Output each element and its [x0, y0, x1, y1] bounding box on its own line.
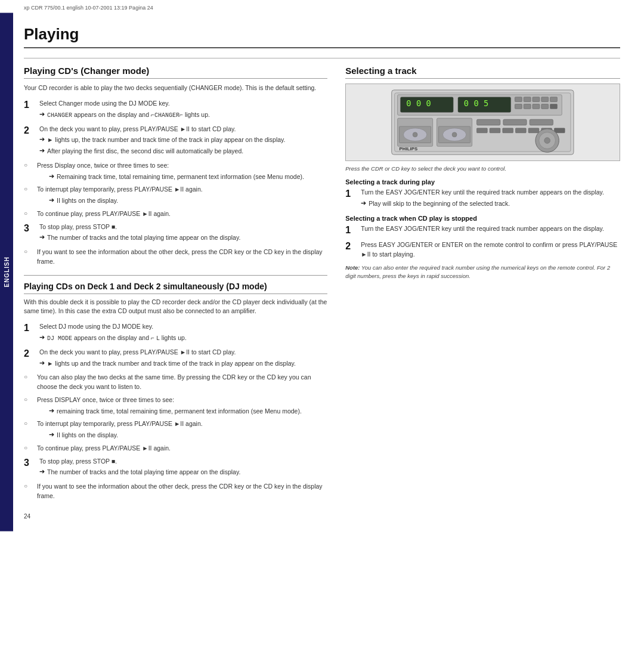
- bullet-display-content: Press Display once, twice or three times…: [37, 161, 327, 182]
- svg-point-37: [544, 138, 550, 144]
- svg-rect-9: [532, 97, 540, 102]
- svg-rect-7: [515, 97, 522, 102]
- dj-bullet-last: ○ If you want to see the information abo…: [24, 482, 327, 501]
- svg-rect-8: [524, 97, 531, 102]
- step1-changer: 1 Select Changer mode using the DJ MODE …: [24, 99, 327, 120]
- dj-step2-number: 2: [24, 348, 36, 359]
- bullet-interrupt-content: To interrupt play temporarily, press PLA…: [37, 185, 327, 206]
- stopped-step1-number: 1: [345, 224, 357, 236]
- step1-text: Select Changer mode using the DJ MODE ke…: [39, 99, 327, 109]
- dj-step2-arrow: ➔ ► lights up and the track number and t…: [39, 359, 327, 369]
- stopped-step1: 1 Turn the EASY JOG/ENTER key until the …: [345, 224, 620, 236]
- dj-step1-number: 1: [24, 322, 36, 333]
- svg-rect-27: [530, 119, 553, 125]
- language-tab: English: [0, 13, 13, 532]
- section2-title: Playing CDs on Deck 1 and Deck 2 simulta…: [24, 282, 327, 294]
- section1-title: Playing CD's (Changer mode): [24, 66, 327, 79]
- stopped-step2-text: Press EASY JOG/ENTER or ENTER on the rem…: [361, 240, 620, 260]
- svg-rect-32: [528, 128, 539, 133]
- dj-step3-arrow: ➔ The number of tracks and the total pla…: [39, 468, 327, 477]
- step2-content: On the deck you want to play, press PLAY…: [39, 125, 327, 156]
- dj-bullet-last-text: If you want to see the information about…: [37, 482, 327, 501]
- stopped-step2-content: Press EASY JOG/ENTER or ENTER on the rem…: [361, 240, 620, 260]
- step3-text: To stop play, press STOP ■.: [39, 223, 327, 232]
- stopped-step1-content: Turn the EASY JOG/ENTER key until the re…: [361, 224, 620, 234]
- right-section-title: Selecting a track: [345, 66, 620, 79]
- step1-content: Select Changer mode using the DJ MODE ke…: [39, 99, 327, 120]
- during-play-step1-arrow: ➔ Play will skip to the beginning of the…: [361, 199, 620, 209]
- page-header: xp CDR 775/00.1 english 10-07-2001 13:19…: [0, 0, 644, 13]
- device-illustration: 0 0 0 0 0 5: [346, 84, 620, 160]
- bullet-interrupt: ○ To interrupt play temporarily, press P…: [24, 185, 327, 206]
- svg-text:0  0 0: 0 0 0: [407, 98, 431, 108]
- svg-rect-11: [550, 97, 558, 102]
- dj-bullet-display-text: Press DISPLAY once, twice or three times…: [37, 396, 327, 405]
- stopped-step1-text: Turn the EASY JOG/ENTER key until the re…: [361, 224, 620, 234]
- svg-rect-16: [550, 104, 558, 109]
- dj-step2-content: On the deck you want to play, press PLAY…: [39, 348, 327, 369]
- dj-bullet-continue-text: To continue play, press PLAY/PAUSE ►II a…: [37, 444, 327, 453]
- svg-rect-28: [477, 128, 488, 133]
- step2-number: 2: [24, 125, 36, 136]
- bullet-other-deck-text: If you want to see the information about…: [37, 248, 327, 267]
- svg-rect-12: [515, 104, 522, 109]
- svg-rect-13: [524, 104, 531, 109]
- dj-bullet-display: ○ Press DISPLAY once, twice or three tim…: [24, 396, 327, 416]
- dj-bullet-interrupt: ○ To interrupt play temporarily, press P…: [24, 419, 327, 440]
- dj-step3-text: To stop play, press STOP ■.: [39, 457, 327, 467]
- step3-content: To stop play, press STOP ■. ➔ The number…: [39, 223, 327, 243]
- svg-rect-14: [532, 104, 540, 109]
- dj-bullet-interrupt-text: To interrupt play temporarily, press PLA…: [37, 419, 327, 429]
- dj-step1-arrow-text: DJ MODE appears on the display and ⌐ L l…: [47, 333, 187, 343]
- dj-bullet-continue: ○ To continue play, press PLAY/PAUSE ►II…: [24, 444, 327, 453]
- step2-arrow2-text: After playing the first disc, the second…: [47, 147, 243, 156]
- svg-text:0  0 5: 0 0 5: [464, 98, 488, 108]
- step3-arrow-text: The number of tracks and the total playi…: [47, 233, 240, 243]
- stopped-step2: 2 Press EASY JOG/ENTER or ENTER on the r…: [345, 240, 620, 260]
- device-image: 0 0 0 0 0 5: [345, 84, 620, 161]
- dj-step3-arrow-text: The number of tracks and the total playi…: [47, 468, 240, 477]
- dj-step2-arrow-text: ► lights up and the track number and tra…: [47, 359, 296, 369]
- dj-step2-text: On the deck you want to play, press PLAY…: [39, 348, 327, 357]
- dj-step1-text: Select DJ mode using the DJ MODE key.: [39, 322, 327, 332]
- step3-number: 3: [24, 223, 36, 234]
- svg-rect-29: [490, 128, 500, 133]
- bullet-continue-text: To continue play, press PLAY/PAUSE ►II a…: [37, 209, 327, 219]
- section-divider: [24, 275, 327, 276]
- dj-bullet-interrupt-arrow: ➔ II lights on the display.: [49, 431, 327, 440]
- step3-changer: 3 To stop play, press STOP ■. ➔ The numb…: [24, 223, 327, 243]
- during-play-step1-arrow-text: Play will skip to the beginning of the s…: [369, 199, 510, 209]
- step2-text: On the deck you want to play, press PLAY…: [39, 125, 327, 134]
- stopped-title: Selecting a track when CD play is stoppe…: [345, 215, 620, 222]
- dj-step3: 3 To stop play, press STOP ■. ➔ The numb…: [24, 457, 327, 478]
- svg-rect-15: [541, 104, 549, 109]
- subsection-stopped: Selecting a track when CD play is stoppe…: [345, 215, 620, 280]
- bullet-display-text: Press Display once, twice or three times…: [37, 161, 327, 171]
- svg-rect-10: [541, 97, 549, 102]
- dj-step1-arrow: ➔ DJ MODE appears on the display and ⌐ L…: [39, 333, 327, 343]
- content-columns: Playing CD's (Changer mode) Your CD reco…: [24, 66, 620, 520]
- svg-rect-25: [477, 119, 500, 125]
- dj-bullet-display-arrow: ➔ remaining track time, total remaining …: [49, 407, 327, 416]
- main-content: Playing Playing CD's (Changer mode) Your…: [13, 13, 644, 532]
- dj-step1-content: Select DJ mode using the DJ MODE key. ➔ …: [39, 322, 327, 343]
- bullet-other-deck-content: If you want to see the information about…: [37, 248, 327, 267]
- step1-number: 1: [24, 99, 36, 110]
- page-number: 24: [24, 513, 327, 520]
- svg-rect-31: [516, 128, 527, 133]
- dj-bullet-both-text: You can also play the two decks at the s…: [37, 373, 327, 392]
- svg-point-20: [413, 132, 417, 137]
- during-play-step1-number: 1: [345, 188, 357, 199]
- title-separator: [24, 58, 620, 58]
- during-play-step1-content: Turn the EASY JOG/ENTER key until the re…: [361, 188, 620, 209]
- stopped-step2-number: 2: [345, 240, 357, 252]
- during-play-title: Selecting a track during play: [345, 178, 620, 186]
- step2-arrow1-text: ► lights up, the track number and track …: [47, 135, 286, 145]
- bullet-other-deck: ○ If you want to see the information abo…: [24, 248, 327, 267]
- right-column: Selecting a track 0 0 0: [345, 66, 620, 520]
- step1-arrow-text: CHANGER appears on the display and ⌐CHAN…: [47, 110, 210, 120]
- dj-bullet-both-decks: ○ You can also play the two decks at the…: [24, 373, 327, 392]
- bullet-interrupt-arrow: ➔ II lights on the display.: [49, 196, 327, 206]
- note-text: Note: You can also enter the required tr…: [345, 264, 620, 280]
- section-dj-mode: Playing CDs on Deck 1 and Deck 2 simulta…: [24, 282, 327, 501]
